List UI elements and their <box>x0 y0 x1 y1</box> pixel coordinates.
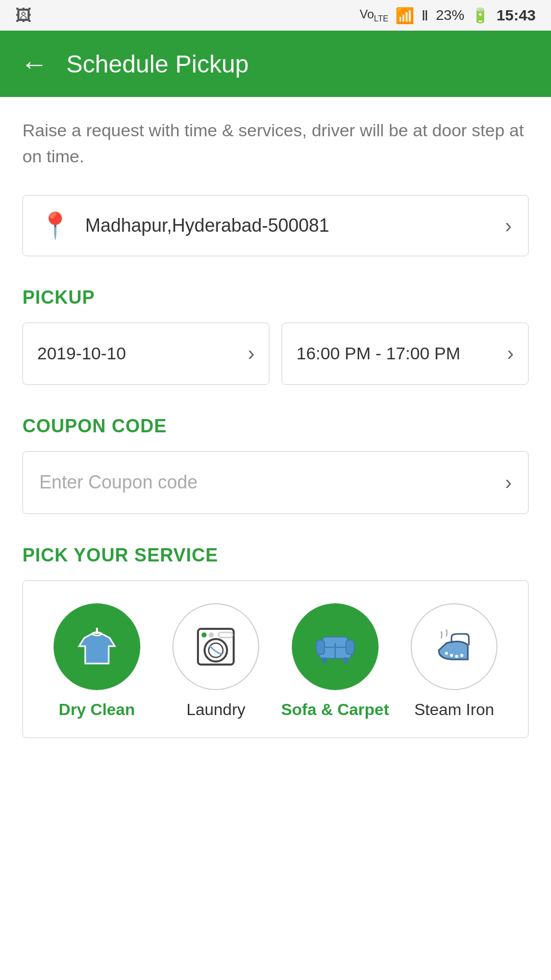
steam-iron-circle <box>411 603 497 690</box>
service-item-laundry[interactable]: Laundry <box>157 603 276 719</box>
svg-rect-9 <box>316 640 324 654</box>
date-chevron-icon: › <box>248 342 255 365</box>
service-section-label: PICK YOUR SERVICE <box>22 545 529 566</box>
clock: 15:43 <box>496 7 536 24</box>
dry-clean-circle <box>54 603 140 690</box>
service-item-dry-clean[interactable]: Dry Clean <box>37 603 157 719</box>
svg-point-16 <box>455 655 458 658</box>
pickup-section: PICKUP 2019-10-10 › 16:00 PM - 17:00 PM … <box>22 287 529 385</box>
cell-signal-icon: Ⅱ <box>421 7 429 24</box>
back-button[interactable]: ← <box>20 50 48 78</box>
status-bar: 🖼 VoLTE 📶 Ⅱ 23% 🔋 15:43 <box>0 0 551 31</box>
coupon-placeholder-text: Enter Coupon code <box>39 472 197 493</box>
svg-point-14 <box>445 652 448 655</box>
laundry-circle <box>172 603 259 690</box>
battery-percent: 23% <box>436 7 464 23</box>
time-chevron-icon: › <box>507 342 514 365</box>
coupon-chevron-icon: › <box>505 471 512 494</box>
location-pin-icon: 📍 <box>39 211 71 240</box>
status-bar-left: 🖼 <box>15 6 32 25</box>
coupon-label: COUPON CODE <box>22 415 529 437</box>
service-item-steam-iron[interactable]: Steam Iron <box>395 603 514 719</box>
service-card: Dry Clean <box>22 580 529 738</box>
subtitle-text: Raise a request with time & services, dr… <box>22 117 529 169</box>
svg-rect-12 <box>344 657 348 664</box>
service-section: PICK YOUR SERVICE Dry Clean <box>22 545 529 738</box>
iron-icon <box>431 624 477 670</box>
status-bar-right: VoLTE 📶 Ⅱ 23% 🔋 15:43 <box>360 7 536 24</box>
wifi-icon: 📶 <box>395 7 414 24</box>
battery-icon: 🔋 <box>471 7 489 24</box>
pickup-date-selector[interactable]: 2019-10-10 › <box>22 323 269 385</box>
pickup-time-selector[interactable]: 16:00 PM - 17:00 PM › <box>282 323 529 385</box>
dry-clean-label: Dry Clean <box>59 700 135 719</box>
tshirt-icon <box>74 624 120 670</box>
service-item-sofa-carpet[interactable]: Sofa & Carpet <box>276 603 395 719</box>
svg-rect-10 <box>346 640 354 654</box>
svg-point-5 <box>209 632 214 638</box>
sofa-carpet-circle <box>292 603 379 690</box>
location-address: Madhapur,Hyderabad-500081 <box>85 215 505 236</box>
sofa-carpet-label: Sofa & Carpet <box>281 700 389 719</box>
app-bar: ← Schedule Pickup <box>0 31 551 97</box>
location-selector[interactable]: 📍 Madhapur,Hyderabad-500081 › <box>22 195 529 256</box>
location-chevron-icon: › <box>505 214 512 237</box>
washing-machine-icon <box>193 624 239 670</box>
page-title: Schedule Pickup <box>66 50 249 78</box>
laundry-label: Laundry <box>186 700 245 719</box>
pickup-time-value: 16:00 PM - 17:00 PM <box>296 341 460 366</box>
pickup-row: 2019-10-10 › 16:00 PM - 17:00 PM › <box>22 323 529 385</box>
sofa-icon <box>312 624 358 670</box>
coupon-input[interactable]: Enter Coupon code › <box>22 451 529 514</box>
svg-point-17 <box>460 654 463 657</box>
coupon-section: COUPON CODE Enter Coupon code › <box>22 415 529 514</box>
svg-point-15 <box>450 654 453 657</box>
gallery-icon: 🖼 <box>15 6 32 25</box>
svg-point-4 <box>202 632 207 638</box>
main-content: Raise a request with time & services, dr… <box>0 97 551 758</box>
pickup-date-value: 2019-10-10 <box>37 341 126 366</box>
service-items-list: Dry Clean <box>37 603 514 719</box>
svg-rect-11 <box>322 657 327 664</box>
signal-lte: VoLTE <box>360 7 388 23</box>
steam-iron-label: Steam Iron <box>414 700 494 719</box>
pickup-label: PICKUP <box>22 287 529 308</box>
